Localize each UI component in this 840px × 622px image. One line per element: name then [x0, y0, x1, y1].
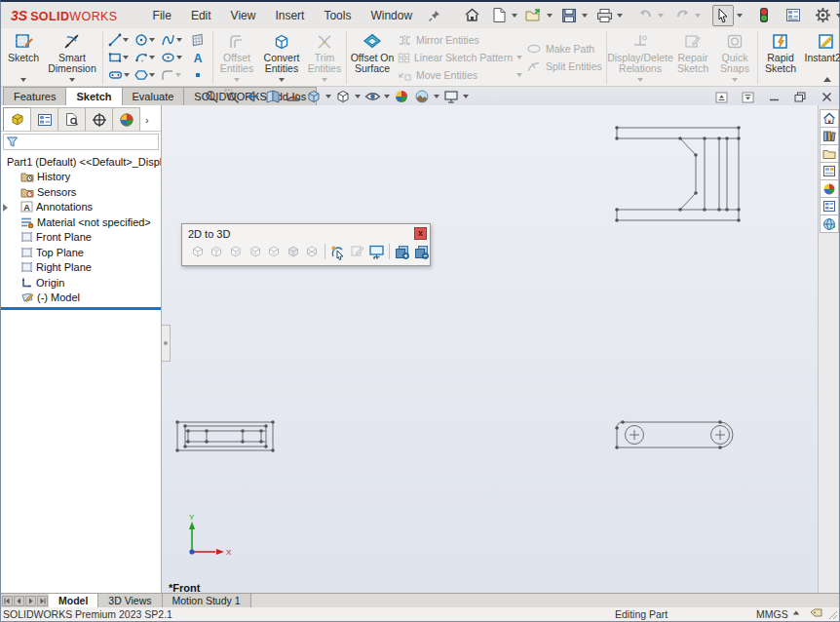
rectangle-tool-icon[interactable]: [105, 49, 132, 66]
options-caret[interactable]: [836, 14, 840, 18]
menu-window[interactable]: Window: [361, 5, 422, 26]
panel-tabs-overflow-icon[interactable]: ›: [145, 114, 149, 126]
display-style-icon[interactable]: [334, 89, 352, 105]
arc-caret[interactable]: [149, 56, 155, 59]
view-orientation-icon[interactable]: [305, 89, 323, 105]
instant2d-button[interactable]: Instant2D: [801, 29, 840, 86]
doc-tab-motion-study-1[interactable]: Motion Study 1: [163, 594, 251, 607]
tree-item-front-plane[interactable]: Front Plane: [1, 230, 161, 246]
doc-close-icon[interactable]: [818, 89, 835, 105]
trim-entities-caret[interactable]: [322, 78, 327, 82]
display-delete-caret[interactable]: [637, 78, 643, 82]
new-document-icon[interactable]: [488, 5, 510, 26]
tab-features[interactable]: Features: [3, 87, 66, 105]
repair-sketch-button[interactable]: Repair Sketch: [671, 29, 714, 86]
ribbon-collapse-icon[interactable]: [823, 77, 831, 82]
move-entities-caret[interactable]: [516, 73, 522, 77]
rapid-sketch-button[interactable]: Rapid Sketch: [760, 29, 801, 86]
2d-to-3d-title-bar[interactable]: 2D to 3D x: [182, 224, 430, 241]
tree-item-origin[interactable]: Origin: [1, 275, 161, 291]
sketch-button[interactable]: Sketch: [3, 29, 44, 86]
quick-snaps-button[interactable]: Quick Snaps: [714, 29, 755, 86]
menu-insert[interactable]: Insert: [265, 5, 314, 26]
tab-configurationmanager[interactable]: [57, 107, 86, 131]
polygon-caret[interactable]: [149, 73, 155, 77]
top-view-icon[interactable]: [209, 243, 226, 260]
text-tool-icon[interactable]: A: [184, 49, 210, 66]
tree-item-history[interactable]: History: [1, 170, 161, 185]
undo-caret[interactable]: [658, 14, 664, 18]
doc-tab-3d-views[interactable]: 3D Views: [98, 594, 162, 607]
make-path-button[interactable]: Make Path: [524, 41, 604, 58]
ellipse-caret[interactable]: [176, 56, 182, 59]
home-icon[interactable]: [461, 5, 482, 26]
select-arrow-icon[interactable]: [712, 5, 734, 26]
resize-grip[interactable]: [828, 610, 838, 620]
undo-icon[interactable]: [634, 5, 656, 26]
bottom-view-icon[interactable]: [265, 243, 283, 260]
previous-view-icon[interactable]: [244, 89, 261, 105]
offset-entities-caret[interactable]: [234, 78, 240, 82]
design-library-icon[interactable]: [820, 127, 839, 145]
view-palette-icon[interactable]: [820, 162, 839, 180]
tab-propertymanager[interactable]: [30, 107, 58, 131]
tree-item-model[interactable]: (-) Model: [1, 291, 161, 306]
left-view-icon[interactable]: [247, 243, 264, 260]
redo-caret[interactable]: [695, 14, 701, 18]
select-caret[interactable]: [737, 14, 743, 18]
tag-icon[interactable]: [810, 608, 822, 619]
tree-item-annotations[interactable]: A Annotations: [1, 200, 161, 215]
quick-snaps-caret[interactable]: [732, 78, 738, 82]
expand-arrow-icon[interactable]: [3, 204, 8, 212]
previous-tab-icon[interactable]: [14, 596, 24, 606]
tab-featuremanager-tree[interactable]: [3, 107, 31, 131]
tree-item-sensors[interactable]: Sensors: [1, 184, 161, 200]
tree-item-top-plane[interactable]: Top Plane: [1, 245, 161, 260]
offset-entities-button[interactable]: Offset Entities: [215, 29, 258, 86]
sketch-caret[interactable]: [20, 78, 26, 82]
tab-displaymanager[interactable]: [112, 107, 140, 131]
repair-sketch-icon[interactable]: [349, 243, 366, 260]
fillet-tool-icon[interactable]: [158, 66, 184, 84]
graphics-viewport[interactable]: Y X 2D to 3D x: [162, 105, 818, 593]
convert-entities-caret[interactable]: [279, 78, 285, 82]
linear-pattern-caret[interactable]: [516, 56, 522, 59]
offset-on-surface-button[interactable]: Offset On Surface: [349, 29, 396, 86]
pane-expand-down-icon[interactable]: [739, 89, 756, 105]
polygon-tool-icon[interactable]: [132, 66, 158, 84]
panel-collapse-handle[interactable]: [162, 325, 171, 362]
dialog-close-icon[interactable]: x: [414, 227, 427, 240]
spline-tool-icon[interactable]: [158, 31, 184, 49]
appearances-icon[interactable]: [820, 179, 839, 198]
tab-sketch[interactable]: Sketch: [65, 87, 122, 105]
line-tool-icon[interactable]: [105, 31, 132, 49]
circle-caret[interactable]: [149, 38, 155, 42]
print-icon[interactable]: [593, 5, 615, 26]
file-explorer-icon[interactable]: [820, 144, 839, 163]
last-tab-icon[interactable]: [37, 596, 48, 606]
menu-edit[interactable]: Edit: [181, 5, 221, 26]
units-selector[interactable]: MMGS: [756, 608, 788, 620]
front-view-icon[interactable]: [189, 243, 207, 260]
rectangle-caret[interactable]: [123, 56, 129, 59]
zoom-area-icon[interactable]: [223, 89, 241, 105]
split-entities-button[interactable]: Split Entities: [524, 58, 604, 75]
view-settings-icon[interactable]: [442, 89, 460, 105]
apply-scene-icon[interactable]: [413, 89, 431, 105]
menu-tools[interactable]: Tools: [314, 5, 361, 26]
view-settings-caret[interactable]: [463, 95, 469, 98]
tab-evaluate[interactable]: Evaluate: [122, 87, 185, 105]
smart-dimension-button[interactable]: Smart Dimension: [44, 29, 100, 86]
open-icon[interactable]: [523, 5, 545, 26]
tree-item-material[interactable]: Material <not specified>: [1, 214, 161, 230]
spline-caret[interactable]: [176, 38, 182, 42]
auxiliary-view-icon[interactable]: [304, 243, 322, 260]
rebuild-icon[interactable]: [753, 5, 775, 26]
display-delete-relations-button[interactable]: Display/Delete Relations: [609, 29, 671, 86]
custom-properties-icon[interactable]: [820, 197, 839, 215]
right-view-icon[interactable]: [227, 243, 245, 260]
move-entities-button[interactable]: Move Entities: [396, 67, 524, 84]
point-tool-icon[interactable]: [184, 66, 210, 84]
extrude-icon[interactable]: [394, 243, 411, 260]
apply-scene-caret[interactable]: [434, 95, 439, 98]
